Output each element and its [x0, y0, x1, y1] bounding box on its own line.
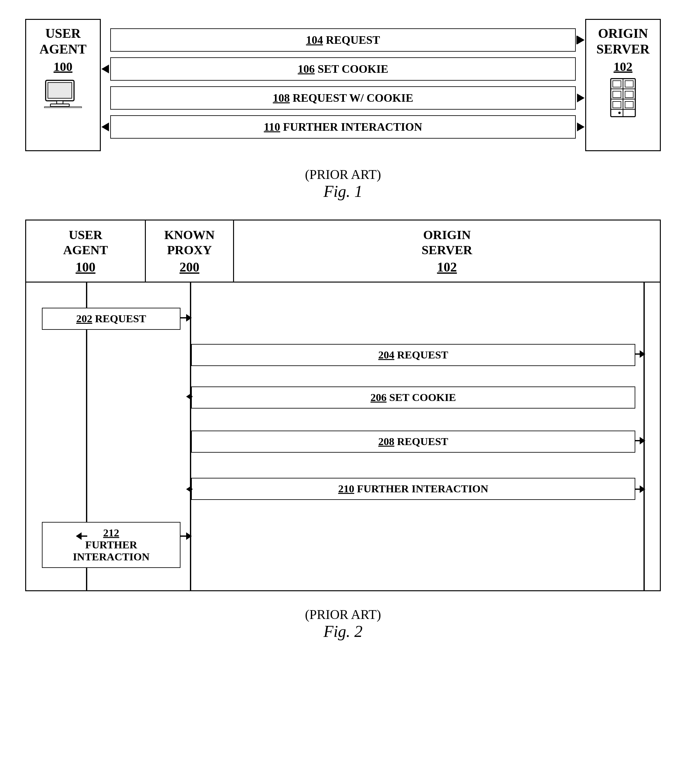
fig2-seq-212-box: 212FURTHER INTERACTION [42, 522, 180, 568]
fig2-seq-202-box: 202 REQUEST [42, 308, 180, 330]
fig1-arrow-label-104: 104 REQUEST [306, 34, 380, 46]
svg-rect-13 [625, 91, 634, 97]
fig1-caption: (PRIOR ART) Fig. 1 [305, 161, 381, 201]
fig1-user-agent-box: USER AGENT 100 [25, 19, 101, 151]
fig1-arrow-row-104: 104 REQUEST [110, 28, 576, 52]
fig2-seq-206-box: 206 SET COOKIE [191, 387, 635, 408]
svg-rect-15 [625, 101, 634, 108]
fig1-container: USER AGENT 100 104 REQUEST [25, 19, 661, 201]
fig1-title: Fig. 1 [323, 182, 363, 200]
svg-rect-3 [51, 104, 69, 106]
fig2-vline-server [644, 283, 645, 590]
fig2-seq-208-box: 208 REQUEST [191, 431, 635, 452]
fig2-proxy-id: 200 [155, 260, 224, 274]
fig2-seq-204-box: 204 REQUEST [191, 344, 635, 366]
svg-rect-4 [44, 107, 82, 108]
fig2-proxy-box: KNOWNPROXY 200 [146, 220, 234, 282]
fig1-ua-id: 100 [34, 59, 92, 74]
svg-rect-12 [613, 91, 621, 97]
fig2-line-210-right [635, 488, 645, 490]
svg-rect-10 [613, 81, 621, 87]
fig2-title: Fig. 2 [323, 622, 363, 640]
fig2-line-210-left [187, 488, 193, 490]
fig1-arrow-row-108: 108 REQUEST W/ COOKIE [110, 86, 576, 109]
fig2-line-212-right [180, 536, 191, 537]
computer-icon [44, 80, 82, 108]
svg-rect-1 [48, 83, 72, 98]
fig1-ua-label: USER AGENT [34, 26, 92, 57]
fig2-seq-210-box: 210 FURTHER INTERACTION [191, 478, 635, 500]
fig2-server-id: 102 [243, 260, 650, 274]
fig2-line-204 [635, 353, 645, 354]
fig2-container: USERAGENT 100 KNOWNPROXY 200 ORIGINSERVE… [25, 220, 661, 641]
fig1-arrow-box-106: 106 SET COOKIE [110, 57, 576, 81]
fig1-origin-server-box: ORIGINSERVER 102 [585, 19, 661, 151]
fig2-top-row: USERAGENT 100 KNOWNPROXY 200 ORIGINSERVE… [25, 220, 661, 283]
fig1-arrow-row-106: 106 SET COOKIE [110, 57, 576, 81]
fig1-arrow-label-110: 110 FURTHER INTERACTION [264, 121, 422, 133]
fig1-arrows-area: 104 REQUEST 106 SET COOKIE [101, 19, 585, 144]
fig1-server-label: ORIGINSERVER [594, 26, 652, 57]
fig1-arrow-box-104: 104 REQUEST [110, 28, 576, 52]
fig1-arrow-box-108: 108 REQUEST W/ COOKIE [110, 86, 576, 109]
fig2-prior-art: (PRIOR ART) [305, 607, 381, 622]
fig2-sequence-body: 202 REQUEST 204 REQUEST 206 SET COOKIE 2… [25, 283, 661, 591]
fig2-server-label: ORIGINSERVER [243, 227, 650, 258]
fig1-prior-art: (PRIOR ART) [305, 167, 381, 182]
server-icon [607, 77, 639, 118]
fig2-caption: (PRIOR ART) Fig. 2 [305, 601, 381, 641]
fig2-ua-label: USERAGENT [36, 227, 136, 258]
fig1-arrow-label-106: 106 SET COOKIE [298, 63, 388, 75]
svg-rect-2 [57, 101, 63, 104]
fig1-arrow-row-110: 110 FURTHER INTERACTION [110, 115, 576, 139]
fig1-diagram: USER AGENT 100 104 REQUEST [25, 19, 661, 151]
fig2-server-box: ORIGINSERVER 102 [234, 220, 660, 282]
fig2-ua-box: USERAGENT 100 [26, 220, 146, 282]
svg-rect-11 [625, 81, 634, 87]
fig1-server-id: 102 [594, 59, 652, 74]
fig2-line-202 [180, 317, 191, 318]
fig2-line-208 [635, 440, 645, 441]
fig2-line-206 [187, 396, 193, 397]
fig1-arrow-box-110: 110 FURTHER INTERACTION [110, 115, 576, 139]
svg-point-16 [618, 111, 621, 114]
fig2-ua-id: 100 [36, 260, 136, 274]
fig1-arrow-label-108: 108 REQUEST W/ COOKIE [273, 91, 413, 104]
svg-rect-14 [613, 101, 621, 108]
fig2-proxy-label: KNOWNPROXY [155, 227, 224, 258]
fig2-line-212-left [77, 536, 87, 537]
